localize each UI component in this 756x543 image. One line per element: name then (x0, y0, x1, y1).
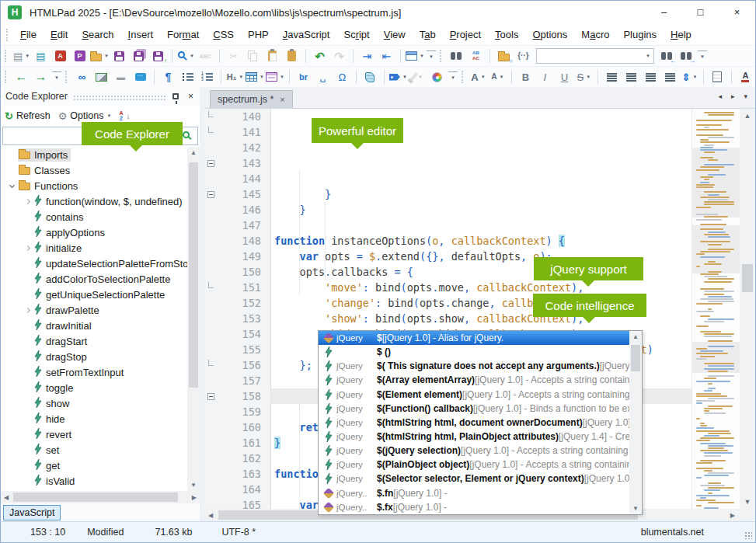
toolbar-grip[interactable] (440, 50, 444, 62)
new-document-button[interactable]: ▤▼ (12, 47, 30, 64)
panels-layout-button[interactable]: ▼ (406, 47, 424, 64)
menu-edit[interactable]: Edit (44, 26, 75, 44)
toolbar-grip[interactable] (5, 50, 9, 62)
scroll-down-arrow[interactable]: ▼ (187, 482, 200, 489)
menu-insert[interactable]: Insert (121, 26, 161, 44)
underline-button[interactable]: U (556, 68, 573, 85)
autocomplete-scrollbar[interactable]: ▲ ▼ (629, 331, 642, 514)
tree-item[interactable]: revert (1, 426, 187, 442)
autocomplete-item[interactable]: jQuery$(Element element) [jQuery 1.0] - … (319, 388, 629, 402)
tree-item[interactable]: Imports (1, 147, 187, 162)
dropdown-arrow-icon[interactable]: ▼ (420, 54, 424, 58)
dropdown-arrow-icon[interactable]: ▼ (25, 54, 30, 58)
menu-css[interactable]: CSS (206, 26, 241, 44)
tab-list-dropdown-icon[interactable]: ▾ (744, 92, 747, 100)
menu-view[interactable]: View (377, 26, 413, 44)
insert-comment-button[interactable] (131, 68, 149, 85)
tree-item[interactable]: dragStart (1, 333, 187, 349)
bold-button[interactable]: B (517, 68, 535, 85)
search-icon[interactable] (183, 131, 190, 138)
open-file-button[interactable]: ▼ (90, 47, 109, 64)
dropdown-arrow-icon[interactable]: ▼ (239, 75, 243, 79)
brand-link[interactable]: blumentals.net (641, 527, 704, 538)
panel-drag-texture[interactable] (73, 95, 167, 100)
tab-scroll-left-icon[interactable]: ◂ (718, 92, 722, 100)
spell-check-button[interactable]: ABC (197, 47, 214, 64)
options-dropdown-arrow[interactable]: ▼ (106, 113, 111, 118)
autocomplete-item[interactable]: jQuery$(Function() callback) [jQuery 1.0… (319, 402, 629, 416)
minimap[interactable] (692, 109, 740, 509)
navigate-forward-button[interactable]: → (32, 68, 50, 85)
tree-item[interactable]: hide (1, 411, 187, 426)
tree-item[interactable]: drawPalette (1, 302, 187, 318)
scroll-right-arrow[interactable]: ▶ (192, 494, 197, 501)
fold-toggle-icon[interactable] (204, 160, 217, 167)
autocomplete-item[interactable]: jQuery$(PlainObject object) [jQuery 1.0]… (319, 458, 629, 472)
dropdown-arrow-icon[interactable]: ▼ (586, 75, 591, 79)
menu-javascript[interactable]: JavaScript (276, 26, 337, 44)
insert-hyperlink-button[interactable]: ∞ (73, 68, 91, 85)
strikethrough-button[interactable]: S▼ (575, 68, 593, 85)
dropdown-arrow-icon[interactable]: ▼ (481, 75, 486, 79)
dropdown-arrow-icon[interactable]: ▼ (190, 54, 194, 58)
autocomplete-item[interactable]: jQuery$(Array elementArray) [jQuery 1.0]… (319, 373, 629, 387)
tree-expander-icon[interactable] (21, 308, 33, 312)
word-wrap-button[interactable] (709, 68, 726, 85)
refresh-icon[interactable]: ↻ (5, 110, 13, 122)
refresh-button[interactable]: Refresh (16, 110, 51, 121)
combo-dropdown-arrow[interactable]: ▼ (643, 54, 653, 58)
menu-options[interactable]: Options (525, 26, 574, 44)
align-left-button[interactable] (603, 68, 621, 85)
menu-tools[interactable]: Tools (488, 26, 525, 44)
tree-item[interactable]: applyOptions (1, 225, 187, 240)
scroll-down-arrow[interactable]: ▼ (629, 505, 642, 512)
menu-tab[interactable]: Tab (413, 26, 443, 44)
tree-horizontal-scrollbar[interactable]: ◀ ▶ (1, 491, 200, 503)
javascript-panel-tab[interactable]: JavaScript (3, 505, 61, 520)
tree-item[interactable]: updateSelectionPaletteFromStorag (1, 256, 187, 271)
heading-button[interactable]: H₁▼ (226, 68, 244, 85)
increase-indent-button[interactable]: ⇥ (358, 47, 376, 64)
sort-az-icon[interactable]: AZ (119, 110, 123, 121)
menu-plugins[interactable]: Plugins (616, 26, 664, 44)
autocomplete-item[interactable]: jQuery$ [jQuery 1.0] - Alias for jQuery. (319, 331, 629, 345)
find-next-button[interactable]: → (678, 47, 695, 64)
resize-grip[interactable] (744, 531, 752, 539)
paragraph-button[interactable]: ¶ (159, 68, 177, 85)
scroll-up-arrow[interactable]: ▲ (187, 149, 200, 156)
scroll-right-arrow[interactable]: ▶ (730, 512, 735, 519)
menu-php[interactable]: PHP (241, 26, 276, 44)
scroll-thumb[interactable] (189, 162, 198, 388)
options-button[interactable]: Options (70, 110, 103, 121)
document-tab-spectrum-js[interactable]: spectrum.js * × (210, 90, 293, 108)
menu-help[interactable]: Help (664, 26, 699, 44)
menu-file[interactable]: File (13, 26, 44, 44)
toolbar-grip[interactable] (462, 71, 465, 83)
toolbar-overflow-button[interactable]: ▼ (427, 50, 436, 61)
find-button[interactable] (448, 47, 465, 64)
autocomplete-item[interactable]: jQuery$(Selector selector, Element or jQ… (319, 472, 629, 486)
autocomplete-item[interactable]: jQuery..$.fn [jQuery 1.0] - (319, 486, 629, 500)
tree-item[interactable]: dragStop (1, 349, 187, 364)
redo-button[interactable]: ↷ (330, 47, 348, 64)
save-button[interactable] (110, 47, 128, 64)
scroll-left-arrow[interactable]: ◀ (208, 512, 213, 519)
find-previous-button[interactable]: ← (658, 47, 676, 64)
format-painter-button[interactable]: ▼ (409, 68, 427, 85)
dropdown-arrow-icon[interactable]: ▼ (402, 75, 407, 79)
increase-font-size-button[interactable]: A▼ (469, 68, 487, 85)
gear-icon[interactable]: ⚙ (58, 110, 68, 122)
tree-item[interactable]: addColorToSelectionPalette (1, 271, 187, 287)
toolbar-overflow-button[interactable]: ▼ (52, 71, 61, 82)
menubar-grip[interactable] (6, 29, 10, 41)
toolbar-grip[interactable] (65, 71, 69, 83)
copy-button[interactable] (244, 47, 262, 64)
autocomplete-item[interactable]: jQuery..$.fx [jQuery 1.0] - (319, 500, 629, 514)
tree-expander-icon[interactable] (21, 246, 33, 250)
tree-item[interactable]: toggle (1, 380, 187, 395)
font-color-button[interactable] (737, 68, 754, 85)
autocomplete-item[interactable]: $ () (319, 345, 629, 359)
toolbar-grip[interactable] (5, 71, 9, 83)
maximize-button[interactable]: □ (682, 1, 719, 24)
paste-as-text-button[interactable] (283, 47, 301, 64)
